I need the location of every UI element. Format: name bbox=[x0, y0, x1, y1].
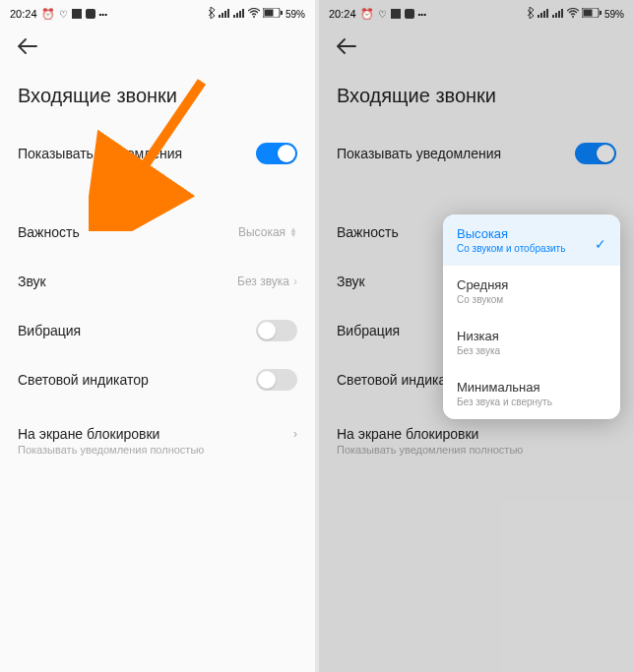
svg-rect-4 bbox=[233, 15, 235, 18]
back-button[interactable] bbox=[337, 38, 356, 58]
svg-rect-1 bbox=[222, 13, 223, 18]
svg-rect-24 bbox=[600, 11, 602, 15]
svg-rect-18 bbox=[555, 13, 557, 18]
importance-dropdown: Высокая Со звуком и отобразить ✓ Средняя… bbox=[443, 214, 620, 419]
option-title: Высокая bbox=[457, 226, 606, 241]
sound-value: Без звука bbox=[237, 275, 289, 288]
vibration-label: Вибрация bbox=[337, 323, 400, 338]
more-icon: ••• bbox=[99, 10, 107, 19]
heart-icon: ♡ bbox=[378, 9, 387, 20]
sound-label: Звук bbox=[18, 274, 46, 289]
row-show-notifications[interactable]: Показывать уведомления bbox=[319, 129, 634, 178]
option-sub: Со звуком bbox=[457, 294, 606, 305]
lock-screen-subtitle: Показывать уведомления полностью bbox=[0, 444, 315, 467]
row-vibration[interactable]: Вибрация bbox=[0, 306, 315, 355]
option-sub: Без звука bbox=[457, 345, 606, 356]
status-time: 20:24 bbox=[10, 8, 37, 20]
option-title: Минимальная bbox=[457, 380, 606, 395]
screen-right: 20:24 ⏰ ♡ ••• 59% bbox=[319, 0, 634, 672]
svg-rect-19 bbox=[558, 11, 560, 18]
checkmark-icon: ✓ bbox=[595, 236, 606, 252]
show-notifications-label: Показывать уведомления bbox=[18, 146, 182, 161]
page-title: Входящие звонки bbox=[319, 69, 634, 129]
navbar bbox=[0, 28, 315, 69]
status-bar: 20:24 ⏰ ♡ ••• 59% bbox=[319, 0, 634, 28]
app-icon-1 bbox=[391, 9, 401, 19]
signal-icon bbox=[538, 8, 549, 20]
signal-icon-2 bbox=[233, 8, 245, 20]
battery-icon bbox=[263, 8, 283, 20]
vibration-toggle[interactable] bbox=[256, 320, 297, 341]
show-notifications-toggle[interactable] bbox=[256, 143, 297, 164]
svg-rect-14 bbox=[540, 13, 542, 18]
show-notifications-toggle[interactable] bbox=[575, 143, 616, 164]
lock-screen-label: На экране блокировки bbox=[18, 426, 159, 442]
svg-rect-2 bbox=[224, 11, 226, 18]
show-notifications-label: Показывать уведомления bbox=[337, 146, 501, 161]
bluetooth-icon bbox=[208, 7, 216, 21]
signal-icon bbox=[219, 8, 230, 20]
lock-screen-label: На экране блокировки bbox=[337, 426, 478, 442]
alarm-icon: ⏰ bbox=[360, 8, 374, 21]
svg-rect-13 bbox=[538, 15, 539, 18]
chevron-right-icon: › bbox=[293, 275, 297, 288]
dropdown-option-minimal[interactable]: Минимальная Без звука и свернуть bbox=[443, 368, 620, 419]
dropdown-option-medium[interactable]: Средняя Со звуком bbox=[443, 266, 620, 317]
option-title: Низкая bbox=[457, 329, 606, 343]
svg-rect-11 bbox=[281, 11, 283, 15]
vibration-label: Вибрация bbox=[18, 323, 81, 338]
svg-point-8 bbox=[253, 16, 255, 18]
svg-rect-10 bbox=[264, 10, 273, 17]
updown-icon: ▲▼ bbox=[289, 227, 297, 237]
status-time: 20:24 bbox=[329, 8, 356, 20]
row-show-notifications[interactable]: Показывать уведомления bbox=[0, 129, 315, 178]
chevron-right-icon: › bbox=[293, 427, 297, 441]
page-title: Входящие звонки bbox=[0, 69, 315, 129]
importance-label: Важность bbox=[337, 224, 399, 240]
heart-icon: ♡ bbox=[59, 9, 68, 20]
navbar bbox=[319, 28, 634, 69]
dropdown-option-high[interactable]: Высокая Со звуком и отобразить ✓ bbox=[443, 214, 620, 266]
back-button[interactable] bbox=[18, 38, 37, 58]
app-icon-2 bbox=[405, 9, 414, 19]
battery-icon bbox=[582, 8, 602, 20]
svg-rect-6 bbox=[239, 11, 241, 18]
signal-icon-2 bbox=[552, 8, 564, 20]
wifi-icon bbox=[248, 8, 260, 20]
battery-percent: 59% bbox=[604, 9, 624, 20]
screen-left: 20:24 ⏰ ♡ ••• 59% bbox=[0, 0, 315, 672]
row-sound[interactable]: Звук Без звука › bbox=[0, 257, 315, 306]
row-importance[interactable]: Важность Высокая ▲▼ bbox=[0, 208, 315, 257]
status-bar: 20:24 ⏰ ♡ ••• 59% bbox=[0, 0, 315, 28]
svg-rect-3 bbox=[227, 9, 229, 18]
svg-rect-15 bbox=[543, 11, 545, 18]
sound-label: Звук bbox=[337, 274, 365, 289]
svg-rect-0 bbox=[219, 15, 221, 18]
bluetooth-icon bbox=[527, 7, 535, 21]
svg-point-21 bbox=[572, 16, 574, 18]
more-icon: ••• bbox=[418, 10, 426, 19]
option-sub: Со звуком и отобразить bbox=[457, 243, 606, 254]
svg-rect-17 bbox=[552, 15, 554, 18]
wifi-icon bbox=[567, 8, 579, 20]
light-indicator-toggle[interactable] bbox=[256, 369, 297, 391]
svg-rect-23 bbox=[583, 10, 592, 17]
svg-rect-16 bbox=[546, 9, 548, 18]
option-title: Средняя bbox=[457, 277, 606, 292]
light-indicator-label: Световой индикатор bbox=[18, 372, 149, 388]
dropdown-option-low[interactable]: Низкая Без звука bbox=[443, 317, 620, 368]
option-sub: Без звука и свернуть bbox=[457, 397, 606, 407]
app-icon-2 bbox=[86, 9, 95, 19]
row-light-indicator[interactable]: Световой индикатор bbox=[0, 355, 315, 404]
svg-rect-20 bbox=[561, 9, 563, 18]
importance-value: Высокая bbox=[238, 225, 285, 239]
app-icon-1 bbox=[72, 9, 82, 19]
lock-screen-subtitle: Показывать уведомления полностью bbox=[319, 444, 634, 467]
battery-percent: 59% bbox=[285, 9, 305, 20]
importance-label: Важность bbox=[18, 224, 80, 240]
svg-rect-7 bbox=[242, 9, 244, 18]
svg-rect-5 bbox=[236, 13, 238, 18]
alarm-icon: ⏰ bbox=[41, 8, 55, 21]
